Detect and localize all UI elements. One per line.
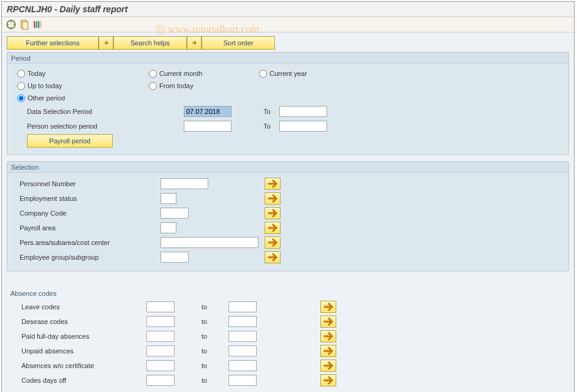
other-period-radio[interactable] [17, 94, 25, 102]
table-row: Unpaid absences to [7, 344, 569, 358]
unpaid-absences-to-input[interactable] [228, 345, 257, 356]
today-label: Today [28, 70, 45, 77]
absence-codes-title: Absence codes [7, 288, 569, 300]
table-row: Desease codes to [7, 314, 569, 329]
desease-codes-from-input[interactable] [146, 316, 175, 327]
data-selection-period-label: Data Selection Period [12, 108, 152, 115]
emp-group-multi-button[interactable] [265, 251, 281, 263]
payroll-area-multi-button[interactable] [265, 222, 281, 234]
page-title: RPCNLJH0 - Daily staff report [2, 2, 574, 17]
search-helps-expand-icon[interactable] [187, 36, 202, 50]
to-label: to [202, 347, 228, 355]
to-label: to [202, 318, 228, 325]
leave-codes-to-input[interactable] [228, 301, 257, 312]
current-year-label: Current year [270, 70, 307, 77]
pers-area-multi-button[interactable] [265, 236, 281, 249]
leave-codes-from-input[interactable] [146, 301, 175, 312]
unpaid-absences-label: Unpaid absences [7, 347, 146, 355]
data-selection-from-input[interactable] [184, 106, 232, 117]
desease-codes-label: Desease codes [7, 318, 146, 325]
further-selections-expand-icon[interactable] [99, 36, 113, 50]
absences-wo-cert-from-input[interactable] [146, 360, 175, 371]
emp-group-input[interactable] [160, 252, 189, 263]
selection-buttons-row: Further selections Search helps Sort ord… [7, 36, 569, 50]
to-label: to [202, 333, 228, 340]
codes-days-off-label: Codes days off [7, 377, 146, 384]
emp-group-label: Employee group/subgroup [12, 254, 160, 261]
person-selection-to-input[interactable] [279, 121, 327, 132]
person-selection-to-label: To [257, 123, 279, 130]
further-selections-button[interactable]: Further selections [7, 36, 99, 50]
from-today-radio[interactable] [149, 82, 157, 90]
current-month-radio[interactable] [149, 70, 157, 78]
codes-days-off-from-input[interactable] [146, 375, 175, 386]
payroll-area-label: Payroll area [12, 224, 160, 232]
app-toolbar [2, 17, 574, 32]
execute-icon[interactable] [6, 19, 17, 30]
leave-codes-multi-button[interactable] [320, 301, 336, 313]
color-legend-icon[interactable] [32, 19, 43, 30]
table-row: Codes days off to [7, 373, 569, 388]
table-row: Leave codes to [7, 300, 569, 314]
current-month-label: Current month [159, 70, 202, 77]
leave-codes-label: Leave codes [7, 303, 146, 311]
paid-absences-to-input[interactable] [228, 331, 257, 342]
payroll-period-button[interactable]: Payroll period [27, 134, 113, 148]
to-label: to [202, 377, 228, 384]
selection-group-title: Selection [7, 162, 568, 173]
personnel-number-label: Personnel Number [12, 180, 160, 187]
personnel-number-input[interactable] [160, 178, 208, 189]
data-selection-to-input[interactable] [279, 106, 327, 117]
up-to-today-label: Up to today [28, 82, 62, 89]
sort-order-button[interactable]: Sort order [202, 36, 275, 50]
desease-codes-multi-button[interactable] [320, 315, 336, 328]
period-group: Period Today Current month Current year … [7, 52, 569, 155]
employment-status-label: Employment status [12, 195, 160, 202]
to-label: to [202, 303, 228, 311]
company-code-multi-button[interactable] [265, 207, 281, 219]
person-selection-from-input[interactable] [184, 121, 232, 132]
current-year-radio[interactable] [259, 70, 267, 78]
paid-absences-from-input[interactable] [146, 331, 175, 342]
pers-area-input[interactable] [160, 237, 258, 248]
payroll-area-input[interactable] [160, 222, 176, 233]
codes-days-off-multi-button[interactable] [320, 374, 336, 386]
unpaid-absences-from-input[interactable] [146, 345, 175, 356]
employment-status-multi-button[interactable] [265, 192, 281, 205]
pers-area-label: Pers.area/subarea/cost center [12, 239, 160, 246]
personnel-number-multi-button[interactable] [265, 178, 281, 190]
svg-rect-5 [38, 21, 39, 28]
desease-codes-to-input[interactable] [228, 316, 257, 327]
svg-rect-2 [23, 22, 28, 29]
absences-wo-cert-to-input[interactable] [228, 360, 257, 371]
svg-rect-6 [40, 21, 41, 28]
table-row: Paid full-day absences to [7, 329, 569, 344]
to-label: to [202, 362, 228, 369]
other-period-label: Other period [28, 94, 65, 102]
variant-icon[interactable] [19, 19, 30, 30]
svg-rect-3 [34, 21, 35, 28]
codes-days-off-to-input[interactable] [228, 375, 257, 386]
period-group-title: Period [7, 53, 568, 64]
company-code-input[interactable] [160, 208, 189, 219]
selection-group: Selection Personnel Number Employment st… [7, 161, 569, 271]
search-helps-button[interactable]: Search helps [113, 36, 187, 50]
table-row: Absences w/o certificate to [7, 358, 569, 373]
company-code-label: Company Code [12, 209, 160, 217]
from-today-label: From today [159, 82, 194, 89]
up-to-today-radio[interactable] [17, 82, 25, 90]
data-selection-to-label: To [257, 108, 279, 115]
employment-status-input[interactable] [160, 193, 176, 204]
absences-wo-cert-multi-button[interactable] [320, 360, 336, 372]
paid-absences-label: Paid full-day absences [7, 333, 146, 340]
today-radio[interactable] [17, 70, 25, 78]
unpaid-absences-multi-button[interactable] [320, 345, 336, 357]
svg-rect-4 [36, 21, 37, 28]
person-selection-period-label: Person selection period [12, 123, 152, 130]
absences-wo-cert-label: Absences w/o certificate [7, 362, 146, 369]
paid-absences-multi-button[interactable] [320, 330, 336, 342]
